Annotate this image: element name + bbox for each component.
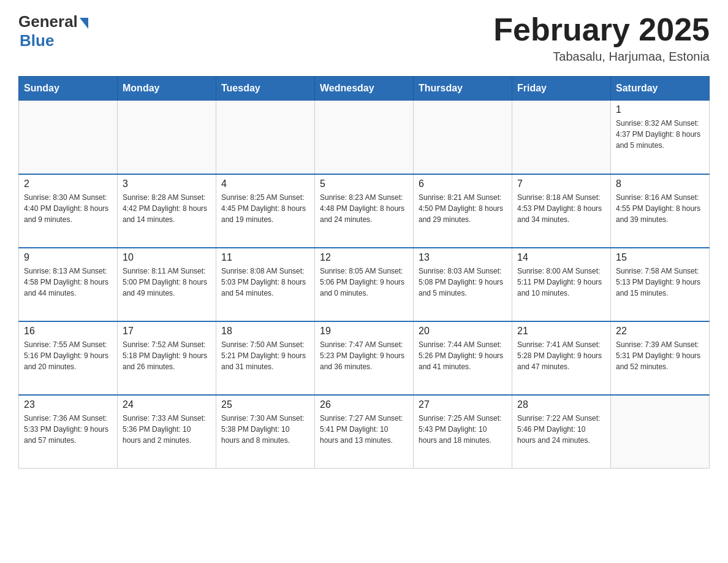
calendar-day-cell [118, 101, 216, 174]
calendar-day-cell [611, 395, 710, 469]
day-number: 12 [320, 252, 408, 263]
calendar-day-cell [512, 101, 611, 174]
day-info: Sunrise: 8:23 AM Sunset: 4:48 PM Dayligh… [320, 192, 408, 225]
calendar-day-cell: 14Sunrise: 8:00 AM Sunset: 5:11 PM Dayli… [512, 248, 611, 321]
calendar-day-cell: 18Sunrise: 7:50 AM Sunset: 5:21 PM Dayli… [216, 321, 315, 395]
calendar-subtitle: Tabasalu, Harjumaa, Estonia [493, 50, 710, 64]
day-number: 2 [24, 178, 112, 190]
logo-arrow-icon [80, 18, 88, 29]
day-info: Sunrise: 7:52 AM Sunset: 5:18 PM Dayligh… [123, 339, 211, 372]
day-info: Sunrise: 7:22 AM Sunset: 5:46 PM Dayligh… [517, 413, 605, 446]
calendar-day-cell: 19Sunrise: 7:47 AM Sunset: 5:23 PM Dayli… [315, 321, 414, 395]
calendar-day-cell: 8Sunrise: 8:16 AM Sunset: 4:55 PM Daylig… [611, 174, 710, 248]
calendar-day-cell [414, 101, 512, 174]
day-number: 1 [616, 104, 704, 115]
day-number: 28 [517, 399, 605, 410]
day-number: 27 [419, 399, 507, 410]
calendar-week-row: 23Sunrise: 7:36 AM Sunset: 5:33 PM Dayli… [19, 395, 710, 469]
calendar-day-cell: 9Sunrise: 8:13 AM Sunset: 4:58 PM Daylig… [19, 248, 118, 321]
day-info: Sunrise: 8:18 AM Sunset: 4:53 PM Dayligh… [517, 192, 605, 225]
calendar-day-cell: 3Sunrise: 8:28 AM Sunset: 4:42 PM Daylig… [118, 174, 216, 248]
day-number: 13 [419, 252, 507, 263]
calendar-day-cell: 21Sunrise: 7:41 AM Sunset: 5:28 PM Dayli… [512, 321, 611, 395]
calendar-week-row: 16Sunrise: 7:55 AM Sunset: 5:16 PM Dayli… [19, 321, 710, 395]
day-number: 26 [320, 399, 408, 410]
calendar-day-cell: 26Sunrise: 7:27 AM Sunset: 5:41 PM Dayli… [315, 395, 414, 469]
calendar-day-cell: 27Sunrise: 7:25 AM Sunset: 5:43 PM Dayli… [414, 395, 512, 469]
weekday-header-thursday: Thursday [414, 77, 512, 101]
calendar-day-cell: 28Sunrise: 7:22 AM Sunset: 5:46 PM Dayli… [512, 395, 611, 469]
weekday-header-sunday: Sunday [19, 77, 118, 101]
day-number: 14 [517, 252, 605, 263]
calendar-week-row: 2Sunrise: 8:30 AM Sunset: 4:40 PM Daylig… [19, 174, 710, 248]
day-info: Sunrise: 7:44 AM Sunset: 5:26 PM Dayligh… [419, 339, 507, 372]
calendar-day-cell: 16Sunrise: 7:55 AM Sunset: 5:16 PM Dayli… [19, 321, 118, 395]
day-info: Sunrise: 8:32 AM Sunset: 4:37 PM Dayligh… [616, 118, 704, 151]
day-number: 10 [123, 252, 211, 263]
day-info: Sunrise: 8:08 AM Sunset: 5:03 PM Dayligh… [221, 266, 309, 299]
day-info: Sunrise: 8:25 AM Sunset: 4:45 PM Dayligh… [221, 192, 309, 225]
day-number: 21 [517, 326, 605, 337]
day-number: 9 [24, 252, 112, 263]
day-number: 24 [123, 399, 211, 410]
page-header: General Blue February 2025 Tabasalu, Har… [18, 12, 710, 64]
day-number: 19 [320, 326, 408, 337]
day-info: Sunrise: 7:39 AM Sunset: 5:31 PM Dayligh… [616, 339, 704, 372]
day-info: Sunrise: 7:27 AM Sunset: 5:41 PM Dayligh… [320, 413, 408, 446]
day-info: Sunrise: 7:33 AM Sunset: 5:36 PM Dayligh… [123, 413, 211, 446]
weekday-header-wednesday: Wednesday [315, 77, 414, 101]
day-info: Sunrise: 8:21 AM Sunset: 4:50 PM Dayligh… [419, 192, 507, 225]
weekday-header-saturday: Saturday [611, 77, 710, 101]
calendar-day-cell: 5Sunrise: 8:23 AM Sunset: 4:48 PM Daylig… [315, 174, 414, 248]
day-info: Sunrise: 7:30 AM Sunset: 5:38 PM Dayligh… [221, 413, 309, 446]
day-info: Sunrise: 7:50 AM Sunset: 5:21 PM Dayligh… [221, 339, 309, 372]
calendar-day-cell [19, 101, 118, 174]
day-number: 6 [419, 178, 507, 190]
logo: General Blue [18, 12, 88, 50]
day-number: 8 [616, 178, 704, 190]
calendar-day-cell: 7Sunrise: 8:18 AM Sunset: 4:53 PM Daylig… [512, 174, 611, 248]
day-info: Sunrise: 7:55 AM Sunset: 5:16 PM Dayligh… [24, 339, 112, 372]
day-number: 3 [123, 178, 211, 190]
calendar-day-cell [315, 101, 414, 174]
calendar-day-cell: 6Sunrise: 8:21 AM Sunset: 4:50 PM Daylig… [414, 174, 512, 248]
day-number: 16 [24, 326, 112, 337]
day-info: Sunrise: 7:58 AM Sunset: 5:13 PM Dayligh… [616, 266, 704, 299]
weekday-header-friday: Friday [512, 77, 611, 101]
weekday-header-row: SundayMondayTuesdayWednesdayThursdayFrid… [19, 77, 710, 101]
calendar-day-cell: 20Sunrise: 7:44 AM Sunset: 5:26 PM Dayli… [414, 321, 512, 395]
calendar-week-row: 1Sunrise: 8:32 AM Sunset: 4:37 PM Daylig… [19, 101, 710, 174]
day-info: Sunrise: 8:28 AM Sunset: 4:42 PM Dayligh… [123, 192, 211, 225]
calendar-day-cell: 2Sunrise: 8:30 AM Sunset: 4:40 PM Daylig… [19, 174, 118, 248]
day-number: 5 [320, 178, 408, 190]
day-number: 22 [616, 326, 704, 337]
logo-blue-text: Blue [20, 31, 54, 50]
day-number: 11 [221, 252, 309, 263]
logo-general-text: General [18, 12, 78, 31]
day-number: 20 [419, 326, 507, 337]
day-number: 4 [221, 178, 309, 190]
day-info: Sunrise: 8:30 AM Sunset: 4:40 PM Dayligh… [24, 192, 112, 225]
day-info: Sunrise: 7:36 AM Sunset: 5:33 PM Dayligh… [24, 413, 112, 446]
day-info: Sunrise: 8:16 AM Sunset: 4:55 PM Dayligh… [616, 192, 704, 225]
calendar-day-cell: 12Sunrise: 8:05 AM Sunset: 5:06 PM Dayli… [315, 248, 414, 321]
day-info: Sunrise: 8:03 AM Sunset: 5:08 PM Dayligh… [419, 266, 507, 299]
calendar-day-cell: 15Sunrise: 7:58 AM Sunset: 5:13 PM Dayli… [611, 248, 710, 321]
day-number: 15 [616, 252, 704, 263]
calendar-day-cell: 11Sunrise: 8:08 AM Sunset: 5:03 PM Dayli… [216, 248, 315, 321]
calendar-day-cell: 24Sunrise: 7:33 AM Sunset: 5:36 PM Dayli… [118, 395, 216, 469]
calendar-day-cell: 10Sunrise: 8:11 AM Sunset: 5:00 PM Dayli… [118, 248, 216, 321]
title-block: February 2025 Tabasalu, Harjumaa, Estoni… [493, 12, 710, 64]
calendar-day-cell: 22Sunrise: 7:39 AM Sunset: 5:31 PM Dayli… [611, 321, 710, 395]
day-info: Sunrise: 7:47 AM Sunset: 5:23 PM Dayligh… [320, 339, 408, 372]
calendar-table: SundayMondayTuesdayWednesdayThursdayFrid… [18, 76, 710, 469]
day-info: Sunrise: 8:05 AM Sunset: 5:06 PM Dayligh… [320, 266, 408, 299]
calendar-day-cell: 17Sunrise: 7:52 AM Sunset: 5:18 PM Dayli… [118, 321, 216, 395]
calendar-title: February 2025 [493, 12, 710, 47]
day-number: 18 [221, 326, 309, 337]
day-info: Sunrise: 8:13 AM Sunset: 4:58 PM Dayligh… [24, 266, 112, 299]
day-number: 25 [221, 399, 309, 410]
calendar-day-cell [216, 101, 315, 174]
calendar-day-cell: 13Sunrise: 8:03 AM Sunset: 5:08 PM Dayli… [414, 248, 512, 321]
day-info: Sunrise: 8:00 AM Sunset: 5:11 PM Dayligh… [517, 266, 605, 299]
